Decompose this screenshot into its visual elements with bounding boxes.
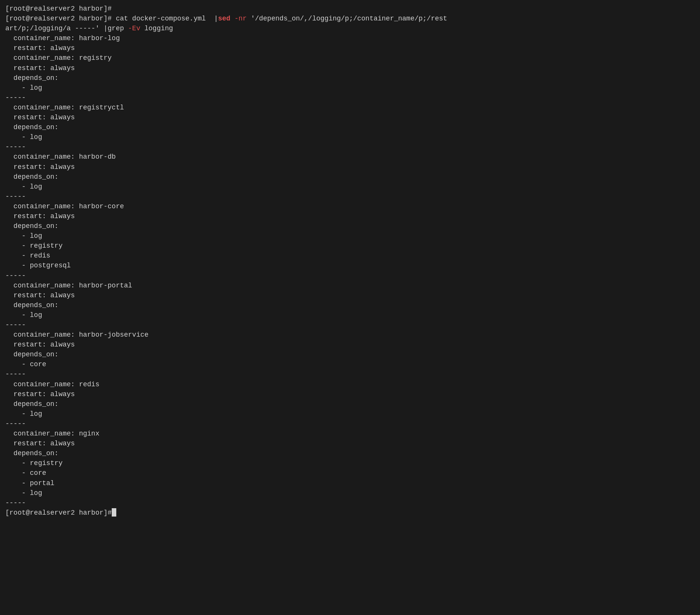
cmd-text2: '/depends_on/,/logging/p;/container_name… [247, 15, 447, 22]
output-line: depends_on: [5, 221, 695, 231]
cmd-text: cat docker-compose.yml | [112, 15, 218, 22]
cmd-cont-text: art/p;/logging/a -----' |grep [5, 25, 128, 32]
output-line: container_name: redis [5, 379, 695, 389]
terminal-window[interactable]: [root@realserver2 harbor]# [root@realser… [5, 4, 695, 615]
output-line: depends_on: [5, 350, 695, 359]
separator-line: ----- [5, 192, 695, 201]
terminal-line: [root@realserver2 harbor]# [5, 4, 695, 14]
output-line: - log [5, 231, 695, 241]
separator-line: ----- [5, 142, 695, 152]
output-line: restart: always [5, 290, 695, 300]
prompt: [root@realserver2 harbor]# [5, 15, 112, 22]
cmd-nr: -nr [230, 15, 247, 22]
output-line: - core [5, 359, 695, 369]
output-line: restart: always [5, 63, 695, 73]
separator-line: ----- [5, 419, 695, 429]
output-line: container_name: nginx [5, 429, 695, 439]
output-line: - registry [5, 458, 695, 468]
output-line: container_name: registryctl [5, 103, 695, 112]
output-line: restart: always [5, 162, 695, 172]
cmd-logging: logging [140, 25, 173, 32]
output-line: depends_on: [5, 122, 695, 132]
output-line: depends_on: [5, 399, 695, 409]
output-line: depends_on: [5, 448, 695, 458]
prompt: [root@realserver2 harbor]# [5, 5, 112, 12]
separator-line: ----- [5, 498, 695, 508]
output-line: - log [5, 409, 695, 419]
separator-line: ----- [5, 93, 695, 103]
output-line: - log [5, 310, 695, 320]
prompt: [root@realserver2 harbor]# [5, 509, 112, 517]
output-line: - log [5, 132, 695, 142]
output-line: - log [5, 182, 695, 192]
cmd-sed: sed [218, 15, 230, 22]
output-line: depends_on: [5, 300, 695, 310]
output-line: - core [5, 468, 695, 478]
output-line: - log [5, 83, 695, 93]
separator-line: ----- [5, 369, 695, 379]
output-line: restart: always [5, 43, 695, 53]
output-line: restart: always [5, 211, 695, 221]
terminal-command-cont: art/p;/logging/a -----' |grep -Ev loggin… [5, 23, 695, 33]
output-line: - postgresql [5, 261, 695, 270]
separator-line: ----- [5, 271, 695, 281]
output-line: container_name: harbor-jobservice [5, 330, 695, 340]
terminal-command-line: [root@realserver2 harbor]# cat docker-co… [5, 14, 695, 23]
output-line: depends_on: [5, 73, 695, 83]
output-line: container_name: harbor-portal [5, 281, 695, 290]
cmd-Ev: -Ev [128, 25, 140, 32]
terminal-cursor [112, 508, 116, 517]
output-line: restart: always [5, 340, 695, 350]
output-line: - log [5, 488, 695, 498]
output-line: container_name: harbor-db [5, 152, 695, 162]
output-line: container_name: harbor-log [5, 33, 695, 43]
output-line: - portal [5, 478, 695, 488]
output-line: container_name: harbor-core [5, 201, 695, 211]
output-line: restart: always [5, 439, 695, 448]
terminal-final-prompt: [root@realserver2 harbor]# [5, 508, 695, 518]
output-line: restart: always [5, 389, 695, 399]
output-line: depends_on: [5, 172, 695, 182]
output-line: restart: always [5, 112, 695, 122]
separator-line: ----- [5, 320, 695, 330]
output-line: - redis [5, 251, 695, 261]
output-line: container_name: registry [5, 53, 695, 63]
output-line: - registry [5, 241, 695, 251]
